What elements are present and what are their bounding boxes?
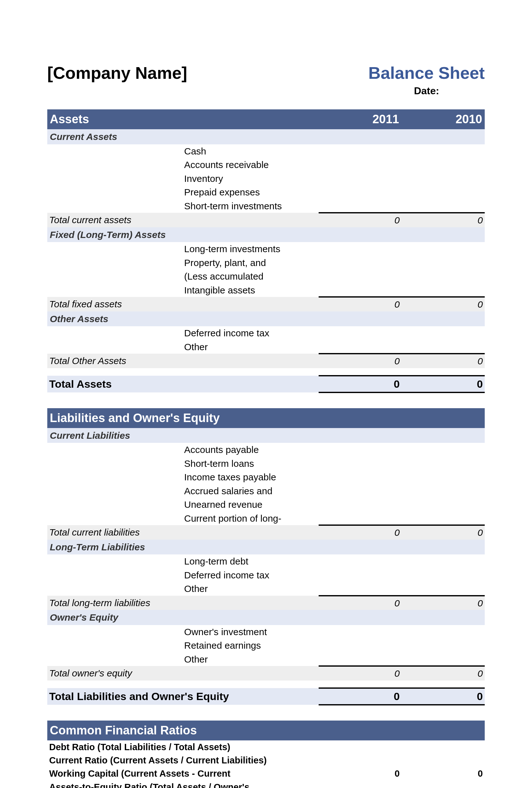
total-liabilities-value: 0 <box>401 688 485 705</box>
line-item: Other <box>183 582 318 596</box>
subtotal-value: 0 <box>319 354 402 368</box>
subtotal-value: 0 <box>401 596 485 610</box>
subtotal-value: 0 <box>319 596 402 610</box>
header: [Company Name] Balance Sheet Date: <box>47 63 485 97</box>
subtotal-label: Total long-term liabilities <box>47 596 319 610</box>
subtotal-value: 0 <box>401 354 485 368</box>
line-item: Income taxes payable <box>183 470 318 484</box>
ratio-value: 0 <box>319 767 402 780</box>
line-item: Retained earnings <box>183 638 318 652</box>
subhead-other-assets: Other Assets <box>47 311 485 327</box>
date-label: Date: <box>369 85 485 97</box>
page: [Company Name] Balance Sheet Date: Asset… <box>0 0 532 788</box>
subtotal-value: 0 <box>401 525 485 539</box>
line-item: Unearned revenue <box>183 498 318 512</box>
total-liabilities-value: 0 <box>319 688 402 705</box>
ratio-value <box>319 741 402 754</box>
ratio-label: Debt Ratio (Total Liabilities / Total As… <box>47 741 319 754</box>
line-item: Other <box>183 340 318 354</box>
subtotal-value: 0 <box>319 297 402 311</box>
subtotal-label: Total current liabilities <box>47 525 319 539</box>
total-assets-value: 0 <box>319 376 402 392</box>
subtotal-value: 0 <box>401 297 485 311</box>
line-item: Accounts receivable <box>183 158 318 172</box>
heading-ratios: Common Financial Ratios <box>47 721 485 741</box>
year-2: 2010 <box>401 110 485 129</box>
subhead-fixed-assets: Fixed (Long-Term) Assets <box>47 227 485 242</box>
document-title: Balance Sheet <box>369 63 485 83</box>
section-assets-header: Assets 2011 2010 <box>47 110 485 129</box>
line-item: (Less accumulated <box>183 270 318 283</box>
ratio-value <box>319 781 402 788</box>
line-item: Long-term debt <box>183 554 318 568</box>
line-item: Cash <box>183 144 318 158</box>
title-block: Balance Sheet Date: <box>369 63 485 97</box>
line-item: Long-term investments <box>183 242 318 256</box>
ratio-label: Current Ratio (Current Assets / Current … <box>47 754 319 767</box>
subtotal-value: 0 <box>319 666 402 681</box>
subtotal-value: 0 <box>319 525 402 539</box>
ratio-value: 0 <box>401 767 485 780</box>
line-item: Deferred income tax <box>183 326 318 340</box>
ratio-label: Working Capital (Current Assets - Curren… <box>47 767 319 780</box>
subhead-current-liabilities: Current Liabilities <box>47 428 485 443</box>
ratio-value <box>401 754 485 767</box>
line-item: Short-term loans <box>183 457 318 471</box>
heading-assets: Assets <box>47 110 319 129</box>
subtotal-value: 0 <box>401 666 485 681</box>
ratio-value <box>401 781 485 788</box>
subtotal-label: Total Other Assets <box>47 354 319 368</box>
line-item: Current portion of long- <box>183 512 318 526</box>
line-item: Inventory <box>183 172 318 186</box>
balance-sheet-table: Assets 2011 2010 Current Assets Cash Acc… <box>47 110 485 788</box>
ratio-value <box>319 754 402 767</box>
subhead-owners-equity: Owner's Equity <box>47 610 485 625</box>
line-item: Accrued salaries and <box>183 484 318 498</box>
subtotal-value: 0 <box>401 213 485 227</box>
year-1: 2011 <box>319 110 402 129</box>
line-item: Prepaid expenses <box>183 185 318 199</box>
line-item: Owner's investment <box>183 625 318 639</box>
line-item: Deferred income tax <box>183 568 318 582</box>
line-item: Property, plant, and <box>183 256 318 270</box>
subtotal-label: Total owner's equity <box>47 666 319 681</box>
subhead-current-assets: Current Assets <box>47 129 485 144</box>
subtotal-label: Total fixed assets <box>47 297 319 311</box>
total-assets-value: 0 <box>401 376 485 392</box>
heading-liabilities: Liabilities and Owner's Equity <box>47 408 485 428</box>
line-item: Accounts payable <box>183 443 318 457</box>
ratio-label: Assets-to-Equity Ratio (Total Assets / O… <box>47 781 319 788</box>
ratio-value <box>401 741 485 754</box>
company-name: [Company Name] <box>47 63 187 83</box>
line-item: Other <box>183 652 318 666</box>
line-item: Short-term investments <box>183 199 318 213</box>
total-assets-label: Total Assets <box>47 376 319 392</box>
subtotal-value: 0 <box>319 213 402 227</box>
subhead-longterm-liabilities: Long-Term Liabilities <box>47 539 485 555</box>
subtotal-label: Total current assets <box>47 213 319 227</box>
total-liabilities-label: Total Liabilities and Owner's Equity <box>47 688 319 705</box>
line-item: Intangible assets <box>183 283 318 297</box>
